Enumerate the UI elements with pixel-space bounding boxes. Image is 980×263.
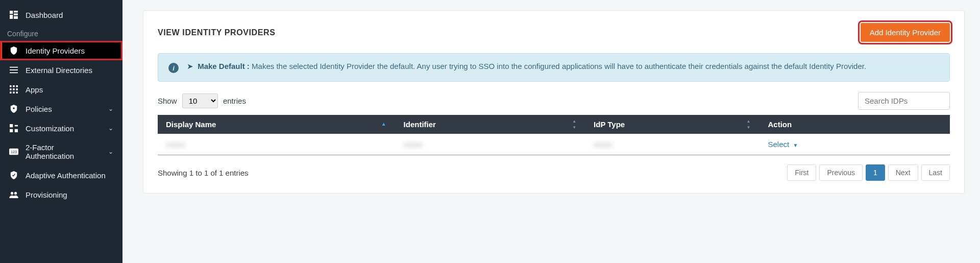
sidebar-item-label: 2-Factor Authentication: [26, 143, 101, 160]
select-label: Select: [768, 140, 790, 149]
identity-providers-card: VIEW IDENTITY PROVIDERS Add Identity Pro…: [143, 10, 965, 194]
sidebar-item-label: External Directories: [26, 66, 92, 75]
show-label-suffix: entries: [223, 97, 246, 105]
sidebar-item-label: Customization: [26, 124, 74, 133]
show-label-prefix: Show: [158, 97, 177, 105]
col-display-name[interactable]: Display Name: [158, 115, 396, 134]
svg-rect-19: [15, 125, 18, 127]
sidebar-item-label: Provisioning: [26, 190, 67, 199]
customization-icon: [9, 124, 18, 133]
sidebar-item-policies[interactable]: Policies ⌄: [0, 99, 122, 118]
svg-rect-1: [14, 11, 18, 13]
row-action-select[interactable]: Select ▼: [768, 140, 798, 149]
shield-check-icon: [9, 171, 18, 180]
svg-point-25: [14, 192, 17, 195]
svg-text:123: 123: [11, 150, 17, 154]
svg-rect-0: [10, 11, 13, 14]
pagination: First Previous 1 Next Last: [787, 164, 950, 181]
svg-rect-9: [13, 85, 15, 87]
col-idp-type[interactable]: IdP Type: [585, 115, 760, 134]
svg-rect-8: [10, 85, 12, 87]
pagination-previous[interactable]: Previous: [819, 164, 862, 181]
svg-rect-2: [14, 13, 18, 15]
sidebar-item-label: Apps: [26, 85, 43, 94]
idp-table: Display Name Identifier IdP Type Action …: [158, 115, 950, 155]
sidebar-item-2fa[interactable]: 123 2-Factor Authentication ⌄: [0, 138, 122, 165]
users-icon: [9, 190, 18, 199]
main-content: VIEW IDENTITY PROVIDERS Add Identity Pro…: [122, 0, 980, 263]
card-header: VIEW IDENTITY PROVIDERS Add Identity Pro…: [158, 23, 950, 42]
caret-down-icon: ▼: [793, 142, 798, 148]
pagination-next[interactable]: Next: [888, 164, 918, 181]
info-icon: i: [168, 63, 179, 73]
table-controls: Show 10 entries: [158, 92, 950, 110]
cell-identifier: xxxxx: [404, 140, 423, 149]
svg-rect-7: [10, 72, 18, 73]
two-factor-icon: 123: [9, 147, 18, 156]
info-box: i ➤ Make Default : Makes the selected Id…: [158, 53, 950, 82]
dashboard-icon: [9, 10, 18, 19]
pagination-first[interactable]: First: [787, 164, 816, 181]
sidebar-item-label: Dashboard: [26, 11, 63, 19]
svg-rect-5: [10, 67, 18, 68]
cell-idp-type: xxxxx: [594, 140, 613, 149]
sidebar-item-label: Identity Providers: [26, 46, 85, 55]
entries-select[interactable]: 10: [182, 93, 218, 108]
svg-rect-10: [16, 85, 18, 87]
svg-rect-16: [16, 91, 18, 93]
cell-display-name: xxxxx: [166, 140, 185, 149]
svg-point-17: [13, 107, 15, 109]
sidebar-item-dashboard[interactable]: Dashboard: [0, 5, 122, 25]
shield-icon: [9, 46, 18, 55]
svg-point-24: [11, 192, 13, 195]
svg-rect-6: [10, 69, 18, 70]
sidebar-item-label: Policies: [26, 105, 52, 113]
pagination-page-1[interactable]: 1: [866, 164, 885, 181]
sidebar-item-provisioning[interactable]: Provisioning: [0, 185, 122, 204]
apps-icon: [9, 85, 18, 94]
table-footer: Showing 1 to 1 of 1 entries First Previo…: [158, 164, 950, 181]
chevron-down-icon: ⌄: [108, 148, 113, 155]
chevron-down-icon: ⌄: [108, 105, 113, 112]
table-row: xxxxx xxxxx xxxxx Select ▼: [158, 134, 950, 155]
sidebar-item-label: Adaptive Authentication: [26, 171, 106, 180]
col-action: Action: [760, 115, 950, 134]
info-body: Makes the selected Identity Provider the…: [252, 62, 866, 70]
page-title: VIEW IDENTITY PROVIDERS: [158, 28, 275, 37]
entries-control: Show 10 entries: [158, 93, 246, 108]
chevron-down-icon: ⌄: [108, 125, 113, 132]
policy-icon: [9, 104, 18, 113]
add-identity-provider-button[interactable]: Add Identity Provider: [861, 23, 950, 42]
svg-rect-15: [13, 91, 15, 93]
svg-rect-3: [10, 15, 13, 19]
sidebar-item-identity-providers[interactable]: Identity Providers: [0, 41, 122, 60]
sidebar: Dashboard Configure Identity Providers E…: [0, 0, 122, 263]
info-text: ➤ Make Default : Makes the selected Iden…: [187, 62, 866, 73]
col-identifier[interactable]: Identifier: [396, 115, 585, 134]
sidebar-item-external-directories[interactable]: External Directories: [0, 60, 122, 80]
pointer-icon: ➤: [187, 62, 193, 70]
svg-rect-12: [13, 88, 15, 90]
svg-rect-18: [10, 124, 13, 127]
list-icon: [9, 65, 18, 75]
sidebar-item-adaptive-auth[interactable]: Adaptive Authentication: [0, 165, 122, 185]
info-label: Make Default :: [198, 62, 250, 70]
sidebar-item-apps[interactable]: Apps: [0, 80, 122, 99]
search-input[interactable]: [858, 92, 950, 110]
svg-rect-21: [15, 129, 18, 132]
svg-rect-11: [10, 88, 12, 90]
footer-info: Showing 1 to 1 of 1 entries: [158, 169, 249, 177]
svg-rect-20: [10, 129, 13, 132]
pagination-last[interactable]: Last: [921, 164, 950, 181]
svg-rect-4: [14, 16, 18, 19]
svg-rect-13: [16, 88, 18, 90]
svg-rect-14: [10, 91, 12, 93]
sidebar-section-configure: Configure: [0, 25, 122, 41]
sidebar-item-customization[interactable]: Customization ⌄: [0, 118, 122, 138]
